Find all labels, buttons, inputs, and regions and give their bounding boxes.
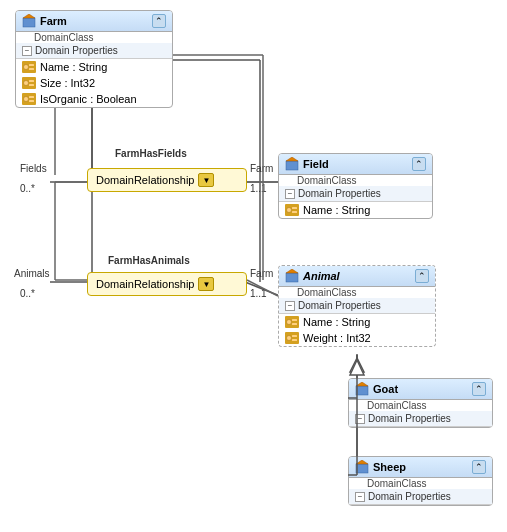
farm-prop-isorganic: IsOrganic : Boolean bbox=[16, 91, 172, 107]
svg-rect-22 bbox=[29, 68, 34, 70]
farm-isorganic-prop-text: IsOrganic : Boolean bbox=[40, 93, 137, 105]
animal-prop-name: Name : String bbox=[279, 314, 435, 330]
svg-rect-45 bbox=[292, 335, 297, 337]
svg-point-28 bbox=[24, 97, 29, 102]
animal-section-toggle[interactable]: − bbox=[285, 301, 295, 311]
field-class-icon bbox=[285, 157, 299, 171]
farmhasfields-dropdown[interactable]: ▼ bbox=[198, 173, 214, 187]
farmhasfields-label: FarmHasFields bbox=[115, 148, 187, 159]
animal-name-prop-icon bbox=[285, 316, 299, 328]
farm-size-prop-text: Size : Int32 bbox=[40, 77, 95, 89]
animal-weight-prop-text: Weight : Int32 bbox=[303, 332, 371, 344]
animal-class-name: Animal bbox=[303, 270, 340, 282]
sheep-class-icon bbox=[355, 460, 369, 474]
farm-section-label: Domain Properties bbox=[35, 45, 118, 56]
svg-rect-42 bbox=[292, 323, 297, 325]
farmhasanimals-right-label: Farm bbox=[250, 268, 273, 279]
farmhasfields-rel-box: DomainRelationship ▼ bbox=[87, 168, 247, 192]
svg-rect-47 bbox=[356, 386, 368, 395]
field-section-label: Domain Properties bbox=[298, 188, 381, 199]
svg-point-40 bbox=[287, 320, 292, 325]
animal-prop-weight: Weight : Int32 bbox=[279, 330, 435, 346]
svg-rect-17 bbox=[23, 18, 35, 27]
svg-rect-41 bbox=[292, 319, 297, 321]
animal-class-stereotype: DomainClass bbox=[279, 287, 435, 298]
svg-marker-32 bbox=[286, 157, 298, 161]
animal-weight-prop-icon bbox=[285, 332, 299, 344]
farm-collapse-btn[interactable]: ⌃ bbox=[152, 14, 166, 28]
farmhasanimals-rel-box: DomainRelationship ▼ bbox=[87, 272, 247, 296]
svg-rect-25 bbox=[29, 80, 34, 82]
svg-marker-48 bbox=[356, 382, 368, 386]
svg-rect-36 bbox=[292, 211, 297, 213]
animals-endpoint-label: Animals bbox=[14, 268, 50, 279]
animal-class-icon bbox=[285, 269, 299, 283]
farm-class-stereotype: DomainClass bbox=[16, 32, 172, 43]
goat-class-title: Goat bbox=[355, 382, 398, 396]
field-class-box: Field ⌃ DomainClass − Domain Properties … bbox=[278, 153, 433, 219]
svg-point-44 bbox=[287, 336, 292, 341]
farmhasanimals-mult-right: 1..1 bbox=[250, 288, 267, 299]
farm-section-toggle[interactable]: − bbox=[22, 46, 32, 56]
goat-section-toggle[interactable]: − bbox=[355, 414, 365, 424]
farm-isorganic-prop-icon bbox=[22, 93, 36, 105]
animal-section-header: − Domain Properties bbox=[279, 298, 435, 314]
farmhasanimals-dropdown[interactable]: ▼ bbox=[198, 277, 214, 291]
goat-collapse-btn[interactable]: ⌃ bbox=[472, 382, 486, 396]
animal-class-box: Animal ⌃ DomainClass − Domain Properties… bbox=[278, 265, 436, 347]
field-prop-name: Name : String bbox=[279, 202, 432, 218]
animal-class-title: Animal bbox=[285, 269, 340, 283]
svg-marker-16 bbox=[350, 358, 364, 372]
goat-section-header: − Domain Properties bbox=[349, 411, 492, 427]
field-section-toggle[interactable]: − bbox=[285, 189, 295, 199]
farmhasanimals-label: FarmHasAnimals bbox=[108, 255, 190, 266]
field-section-header: − Domain Properties bbox=[279, 186, 432, 202]
sheep-section-header: − Domain Properties bbox=[349, 489, 492, 505]
goat-class-stereotype: DomainClass bbox=[349, 400, 492, 411]
field-collapse-btn[interactable]: ⌃ bbox=[412, 157, 426, 171]
field-class-header: Field ⌃ bbox=[279, 154, 432, 175]
sheep-section-toggle[interactable]: − bbox=[355, 492, 365, 502]
goat-class-header: Goat ⌃ bbox=[349, 379, 492, 400]
animal-class-header: Animal ⌃ bbox=[279, 266, 435, 287]
farmhasfields-mult-right: 1..1 bbox=[250, 183, 267, 194]
field-name-prop-text: Name : String bbox=[303, 204, 370, 216]
sheep-class-name: Sheep bbox=[373, 461, 406, 473]
svg-marker-50 bbox=[356, 460, 368, 464]
svg-rect-35 bbox=[292, 207, 297, 209]
farmhasanimals-mult-left: 0..* bbox=[20, 288, 35, 299]
farm-class-title: Farm bbox=[22, 14, 67, 28]
farm-size-prop-icon bbox=[22, 77, 36, 89]
animal-collapse-btn[interactable]: ⌃ bbox=[415, 269, 429, 283]
svg-rect-37 bbox=[286, 273, 298, 282]
farm-prop-size: Size : Int32 bbox=[16, 75, 172, 91]
svg-point-20 bbox=[24, 65, 29, 70]
svg-rect-46 bbox=[292, 339, 297, 341]
svg-point-24 bbox=[24, 81, 29, 86]
svg-marker-61 bbox=[350, 360, 364, 375]
svg-rect-49 bbox=[356, 464, 368, 473]
svg-rect-26 bbox=[29, 84, 34, 86]
farm-name-prop-text: Name : String bbox=[40, 61, 107, 73]
animal-section-label: Domain Properties bbox=[298, 300, 381, 311]
diagram-canvas: Farm ⌃ DomainClass − Domain Properties N… bbox=[0, 0, 507, 532]
farmhasfields-right-label: Farm bbox=[250, 163, 273, 174]
farm-section-header: − Domain Properties bbox=[16, 43, 172, 59]
svg-rect-29 bbox=[29, 96, 34, 98]
sheep-class-header: Sheep ⌃ bbox=[349, 457, 492, 478]
svg-point-34 bbox=[287, 208, 292, 213]
svg-rect-31 bbox=[286, 161, 298, 170]
animal-name-prop-text: Name : String bbox=[303, 316, 370, 328]
field-name-prop-icon bbox=[285, 204, 299, 216]
sheep-section-label: Domain Properties bbox=[368, 491, 451, 502]
goat-class-name: Goat bbox=[373, 383, 398, 395]
fields-endpoint-label: Fields bbox=[20, 163, 47, 174]
farmhasfields-mult-left: 0..* bbox=[20, 183, 35, 194]
field-class-name: Field bbox=[303, 158, 329, 170]
goat-class-box: Goat ⌃ DomainClass − Domain Properties bbox=[348, 378, 493, 428]
farm-class-icon bbox=[22, 14, 36, 28]
farm-class-header: Farm ⌃ bbox=[16, 11, 172, 32]
goat-class-icon bbox=[355, 382, 369, 396]
sheep-collapse-btn[interactable]: ⌃ bbox=[472, 460, 486, 474]
field-class-stereotype: DomainClass bbox=[279, 175, 432, 186]
